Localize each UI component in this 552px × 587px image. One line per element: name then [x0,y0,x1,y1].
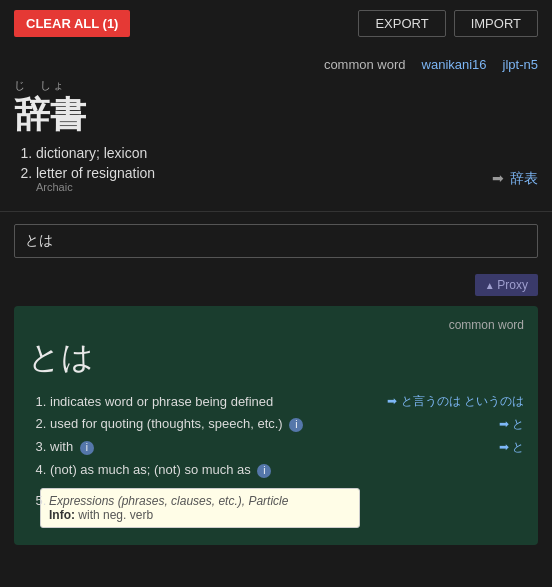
towa-def-text-2: used for quoting (thoughts, speech, etc.… [50,416,493,432]
towa-def-item-2: used for quoting (thoughts, speech, etc.… [50,413,524,436]
towa-definitions-list: indicates word or phrase being defined ➡… [28,390,524,531]
towa-def-text-1: indicates word or phrase being defined [50,394,381,409]
jisho-link[interactable]: 辞表 [510,170,538,186]
jisho-word-card: common word wanikani16 jlpt-n5 じ しょ 辞書 d… [0,47,552,212]
towa-card: common word とは indicates word or phrase … [14,306,538,545]
towa-def-item-3: with i ➡ と [50,436,524,459]
towa-def-row-3: with i ➡ と [50,439,524,456]
definitions-list: dictionary; lexicon letter of resignatio… [14,143,538,195]
towa-def-extras-1: ➡ と言うのは というのは [387,393,524,410]
jlpt-tag: jlpt-n5 [503,57,538,72]
towa-def-text-3: with i [50,439,493,455]
top-bar: CLEAR ALL (1) EXPORT IMPORT [0,0,552,47]
search-area [0,212,552,270]
towa-def-extras-2: ➡ と [499,416,524,433]
export-button[interactable]: EXPORT [358,10,445,37]
towa-heading: とは [28,336,524,380]
word-type-badge: common word [324,57,406,72]
towa-def-item-5: Expressions (phrases, clauses, etc.), Pa… [50,481,524,531]
definition-link-area: ➡ 辞表 [492,170,538,188]
tooltip-info-text: with neg. verb [78,508,153,522]
towa-def-row-4: (not) as much as; (not) so much as i [50,462,524,478]
word-kanji: 辞書 [14,94,86,135]
towa-meta: common word [28,318,524,332]
definition-row-2: letter of resignation Archaic ➡ 辞表 [36,165,538,193]
towa-def-item-4: (not) as much as; (not) so much as i [50,459,524,481]
info-icon-3[interactable]: i [80,441,94,455]
definition-text-2: letter of resignation [36,165,155,181]
definition-text-1: dictionary; lexicon [36,145,147,161]
definition-text-container-2: letter of resignation Archaic [36,165,155,193]
definition-item-1: dictionary; lexicon [36,143,538,163]
tooltip-box: Expressions (phrases, clauses, etc.), Pa… [40,488,360,528]
proxy-row: Proxy [0,270,552,302]
wanikani-tag: wanikani16 [422,57,487,72]
proxy-button[interactable]: Proxy [475,274,538,296]
word-heading: じ しょ 辞書 [14,78,538,135]
towa-def-row-2: used for quoting (thoughts, speech, etc.… [50,416,524,433]
clear-all-button[interactable]: CLEAR ALL (1) [14,10,130,37]
towa-def-row-1: indicates word or phrase being defined ➡… [50,393,524,410]
tooltip-info: Info: with neg. verb [49,508,351,522]
info-icon-2[interactable]: i [289,418,303,432]
towa-word-type: common word [449,318,524,332]
towa-def-item-1: indicates word or phrase being defined ➡… [50,390,524,413]
word-meta: common word wanikani16 jlpt-n5 [14,57,538,72]
towa-def-text-4: (not) as much as; (not) so much as i [50,462,518,478]
arrow-icon: ➡ [492,170,504,186]
top-actions: EXPORT IMPORT [358,10,538,37]
towa-def-extras-3: ➡ と [499,439,524,456]
info-icon-4[interactable]: i [257,464,271,478]
word-ruby: じ しょ [14,78,538,93]
tooltip-title: Expressions (phrases, clauses, etc.), Pa… [49,494,351,508]
definition-item-2: letter of resignation Archaic ➡ 辞表 [36,163,538,195]
import-button[interactable]: IMPORT [454,10,538,37]
archaic-label: Archaic [36,181,155,193]
search-input[interactable] [14,224,538,258]
